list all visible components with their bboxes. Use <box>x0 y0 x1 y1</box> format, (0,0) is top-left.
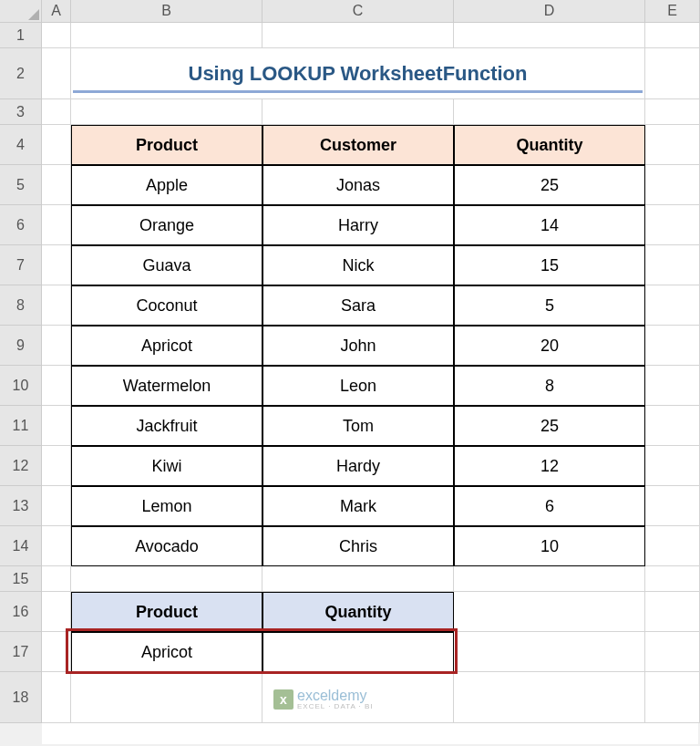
cell-E13[interactable] <box>645 486 700 526</box>
cell-E17[interactable] <box>645 632 700 672</box>
table1-cell-product-5[interactable]: Watermelon <box>71 366 262 406</box>
table2-header-product[interactable]: Product <box>71 592 262 632</box>
table1-cell-customer-6[interactable]: Tom <box>262 406 454 446</box>
cell-A14[interactable] <box>42 526 71 566</box>
table2-cell-quantity[interactable] <box>262 632 454 672</box>
cell-A2[interactable] <box>42 48 71 99</box>
cell-C3[interactable] <box>262 99 454 125</box>
table1-cell-quantity-5[interactable]: 8 <box>454 366 645 406</box>
table1-cell-quantity-1[interactable]: 14 <box>454 205 645 245</box>
select-all-corner[interactable] <box>0 0 42 23</box>
cell-E7[interactable] <box>645 245 700 285</box>
row-header-16[interactable]: 16 <box>0 592 42 632</box>
column-header-D[interactable]: D <box>454 0 645 23</box>
cell-E10[interactable] <box>645 366 700 406</box>
cell-A8[interactable] <box>42 285 71 326</box>
row-header-13[interactable]: 13 <box>0 486 42 526</box>
table1-cell-product-4[interactable]: Apricot <box>71 326 262 366</box>
column-header-B[interactable]: B <box>71 0 262 23</box>
cell-A3[interactable] <box>42 99 71 125</box>
cell-C18[interactable] <box>262 672 454 723</box>
table1-cell-customer-5[interactable]: Leon <box>262 366 454 406</box>
row-header-14[interactable]: 14 <box>0 526 42 566</box>
cell-D18[interactable] <box>454 672 645 723</box>
table1-cell-customer-2[interactable]: Nick <box>262 245 454 285</box>
table1-cell-product-3[interactable]: Coconut <box>71 285 262 326</box>
column-header-A[interactable]: A <box>42 0 71 23</box>
table1-header-quantity[interactable]: Quantity <box>454 125 645 165</box>
cell-A1[interactable] <box>42 23 71 48</box>
table1-cell-quantity-4[interactable]: 20 <box>454 326 645 366</box>
table1-header-product[interactable]: Product <box>71 125 262 165</box>
row-header-18[interactable]: 18 <box>0 672 42 723</box>
cell-E12[interactable] <box>645 446 700 486</box>
table1-cell-product-1[interactable]: Orange <box>71 205 262 245</box>
table1-header-customer[interactable]: Customer <box>262 125 454 165</box>
row-header-7[interactable]: 7 <box>0 245 42 285</box>
table1-cell-customer-8[interactable]: Mark <box>262 486 454 526</box>
cell-E3[interactable] <box>645 99 700 125</box>
table2-header-quantity[interactable]: Quantity <box>262 592 454 632</box>
cell-E11[interactable] <box>645 406 700 446</box>
cell-A17[interactable] <box>42 632 71 672</box>
cell-E8[interactable] <box>645 285 700 326</box>
cell-A15[interactable] <box>42 566 71 592</box>
table1-cell-product-0[interactable]: Apple <box>71 165 262 205</box>
cell-A7[interactable] <box>42 245 71 285</box>
cell-D16[interactable] <box>454 592 645 632</box>
cell-E1[interactable] <box>645 23 700 48</box>
table1-cell-customer-4[interactable]: John <box>262 326 454 366</box>
cell-E16[interactable] <box>645 592 700 632</box>
cell-E15[interactable] <box>645 566 700 592</box>
cell-C1[interactable] <box>262 23 454 48</box>
cell-A11[interactable] <box>42 406 71 446</box>
row-header-6[interactable]: 6 <box>0 205 42 245</box>
cell-B3[interactable] <box>71 99 262 125</box>
row-header-15[interactable]: 15 <box>0 566 42 592</box>
table1-cell-customer-7[interactable]: Hardy <box>262 446 454 486</box>
cell-A9[interactable] <box>42 326 71 366</box>
row-header-5[interactable]: 5 <box>0 165 42 205</box>
table1-cell-quantity-2[interactable]: 15 <box>454 245 645 285</box>
table1-cell-customer-1[interactable]: Harry <box>262 205 454 245</box>
cell-A12[interactable] <box>42 446 71 486</box>
column-header-C[interactable]: C <box>262 0 454 23</box>
row-header-2[interactable]: 2 <box>0 48 42 99</box>
cell-A10[interactable] <box>42 366 71 406</box>
cell-D1[interactable] <box>454 23 645 48</box>
cell-E9[interactable] <box>645 326 700 366</box>
table1-cell-quantity-7[interactable]: 12 <box>454 446 645 486</box>
table1-cell-product-7[interactable]: Kiwi <box>71 446 262 486</box>
table1-cell-quantity-6[interactable]: 25 <box>454 406 645 446</box>
row-header-4[interactable]: 4 <box>0 125 42 165</box>
cell-B1[interactable] <box>71 23 262 48</box>
table1-cell-quantity-8[interactable]: 6 <box>454 486 645 526</box>
row-header-17[interactable]: 17 <box>0 632 42 672</box>
table2-cell-product[interactable]: Apricot <box>71 632 262 672</box>
cell-A18[interactable] <box>42 672 71 723</box>
cell-A6[interactable] <box>42 205 71 245</box>
cell-A4[interactable] <box>42 125 71 165</box>
row-header-9[interactable]: 9 <box>0 326 42 366</box>
cell-B18[interactable] <box>71 672 262 723</box>
table1-cell-product-8[interactable]: Lemon <box>71 486 262 526</box>
table1-cell-customer-0[interactable]: Jonas <box>262 165 454 205</box>
cell-D15[interactable] <box>454 566 645 592</box>
cell-A16[interactable] <box>42 592 71 632</box>
row-header-1[interactable]: 1 <box>0 23 42 48</box>
cell-B15[interactable] <box>71 566 262 592</box>
cell-C15[interactable] <box>262 566 454 592</box>
table1-cell-customer-3[interactable]: Sara <box>262 285 454 326</box>
table1-cell-product-9[interactable]: Avocado <box>71 526 262 566</box>
row-header-3[interactable]: 3 <box>0 99 42 125</box>
row-header-8[interactable]: 8 <box>0 285 42 326</box>
table1-cell-customer-9[interactable]: Chris <box>262 526 454 566</box>
row-header-10[interactable]: 10 <box>0 366 42 406</box>
cell-D17[interactable] <box>454 632 645 672</box>
cell-E18[interactable] <box>645 672 700 723</box>
row-header-12[interactable]: 12 <box>0 446 42 486</box>
cell-E5[interactable] <box>645 165 700 205</box>
title-cell[interactable]: Using LOOKUP WorksheetFunction <box>71 48 645 99</box>
column-header-E[interactable]: E <box>645 0 700 23</box>
cell-E2[interactable] <box>645 48 700 99</box>
